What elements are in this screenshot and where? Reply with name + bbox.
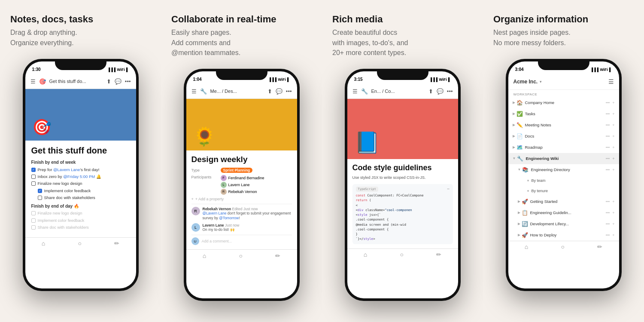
sidebar-item-roadmap[interactable]: ▶ 🗺️ Roadmap ••• + bbox=[508, 142, 619, 153]
sidebar-item-meeting-notes[interactable]: ▶ ✏️ Meeting Notes ••• + bbox=[508, 120, 619, 131]
menu-icon[interactable]: ☰ bbox=[191, 88, 197, 95]
panel-4-header: Organize information Nest pages inside p… bbox=[493, 14, 634, 48]
compose-icon[interactable]: ✏ bbox=[597, 243, 602, 250]
home-icon[interactable]: ⌂ bbox=[364, 251, 367, 258]
sidebar-item-engineering-guidelines[interactable]: ▶ 📋 Engineering Guidelin... ••• + bbox=[508, 207, 619, 218]
add-icon[interactable]: + bbox=[612, 233, 614, 237]
wifi-icon: WiFi bbox=[600, 67, 608, 72]
add-icon[interactable]: + bbox=[612, 134, 614, 138]
share-icon[interactable]: ⬆ bbox=[428, 88, 433, 95]
task-row[interactable]: Finalize new logo design bbox=[31, 181, 130, 186]
more-icon[interactable]: ••• bbox=[606, 123, 610, 127]
task-row[interactable]: Share doc with stakeholders bbox=[38, 195, 130, 200]
search-icon[interactable]: ○ bbox=[78, 240, 81, 247]
sidebar-item-dev-lifecycle[interactable]: ▶ 🔄 Development Lifecy... ••• + bbox=[508, 218, 619, 230]
more-icon[interactable]: ••• bbox=[606, 168, 610, 172]
more-icon[interactable]: ••• bbox=[606, 199, 610, 204]
more-icon[interactable]: ••• bbox=[606, 156, 610, 161]
compose-icon[interactable]: ✏ bbox=[275, 252, 280, 259]
menu-icon[interactable]: ☰ bbox=[30, 78, 36, 85]
item-actions: ••• + bbox=[606, 123, 615, 127]
more-icon[interactable]: ••• bbox=[447, 88, 453, 95]
p3-hero-image: 📘 bbox=[347, 99, 458, 159]
panel-rich-media: Rich media Create beautiful docswith ima… bbox=[322, 0, 483, 322]
roadmap-icon: 🗺️ bbox=[516, 144, 523, 150]
home-icon[interactable]: ⌂ bbox=[42, 240, 45, 247]
search-icon[interactable]: ○ bbox=[239, 252, 242, 259]
comment-icon[interactable]: 💬 bbox=[276, 88, 283, 95]
expand-icon: ▼ bbox=[513, 156, 516, 160]
task-row[interactable]: ✓ Prep for @Lavern Lane's first day! bbox=[31, 167, 130, 172]
nav-actions: ⬆ 💬 ••• bbox=[267, 88, 292, 95]
menu-icon[interactable]: ☰ bbox=[352, 88, 358, 95]
more-icon[interactable]: ••• bbox=[606, 101, 610, 105]
task-checkbox[interactable]: ✓ bbox=[31, 168, 36, 172]
emoji-icon: 🎯 bbox=[39, 78, 46, 85]
add-property-button[interactable]: + + Add a property bbox=[191, 197, 292, 201]
sidebar-item-engineering-wiki[interactable]: ▼ 🔧 Engineering Wiki ••• + bbox=[508, 153, 619, 164]
sidebar-subitem-by-team[interactable]: By team bbox=[508, 175, 619, 186]
task-row[interactable]: Inbox zero by @Friday 5:00 PM 🔔 bbox=[31, 174, 130, 179]
more-icon[interactable]: ••• bbox=[606, 222, 610, 226]
task-checkbox[interactable] bbox=[31, 175, 36, 179]
add-icon[interactable]: + bbox=[612, 145, 614, 150]
code-copy-icon[interactable]: ⋯ bbox=[447, 187, 450, 192]
task-checkbox[interactable]: ✓ bbox=[38, 189, 42, 193]
add-icon[interactable]: + bbox=[612, 156, 614, 161]
p4-bottom-bar: ⌂ ○ ✏ bbox=[508, 241, 619, 253]
comment-icon[interactable]: 💬 bbox=[437, 88, 444, 95]
compose-icon[interactable]: ✏ bbox=[114, 240, 119, 247]
more-icon[interactable]: ••• bbox=[606, 112, 610, 116]
sidebar-item-getting-started[interactable]: ▶ 🚀 Getting Started ••• + bbox=[508, 196, 619, 207]
more-icon[interactable]: ••• bbox=[286, 88, 292, 95]
more-icon[interactable]: ••• bbox=[606, 211, 610, 215]
panel-collaborate: Collaborate in real-time Easily share pa… bbox=[161, 0, 322, 322]
add-icon[interactable]: + bbox=[612, 222, 614, 226]
nav-title: Get this stuff do... bbox=[49, 79, 103, 84]
p1-content: Get this stuff done Finish by end of wee… bbox=[25, 141, 136, 237]
more-icon[interactable]: ••• bbox=[606, 134, 610, 138]
item-actions: ••• + bbox=[606, 211, 615, 215]
comment-row: L Lavern Lane Just now On my to-do list!… bbox=[191, 223, 292, 232]
compose-icon[interactable]: ✏ bbox=[436, 251, 441, 258]
phone-4-notch bbox=[538, 59, 589, 70]
item-actions: ••• + bbox=[606, 199, 615, 204]
sidebar-item-company-home[interactable]: ▶ 🏠 Company Home ••• + bbox=[508, 97, 619, 108]
home-icon[interactable]: ⌂ bbox=[525, 243, 528, 250]
sidebar-item-engineering-directory[interactable]: ▼ 📚 Engineering Directory ••• + bbox=[508, 164, 619, 175]
task-text: Implement color feedback bbox=[38, 218, 85, 223]
p1-section-1-label: Finish by end of week bbox=[31, 160, 130, 165]
item-label: Getting Started bbox=[530, 199, 606, 204]
hamburger-icon[interactable]: ☰ bbox=[608, 78, 614, 85]
participant-row: L Lavern Lane bbox=[221, 182, 264, 188]
more-icon[interactable]: ••• bbox=[606, 145, 610, 150]
phone-4-time: 3:04 bbox=[515, 67, 524, 72]
sidebar-subitem-by-tenure[interactable]: By tenure bbox=[508, 186, 619, 196]
task-checkbox bbox=[31, 218, 36, 223]
add-icon[interactable]: + bbox=[612, 199, 614, 204]
sidebar-item-tasks[interactable]: ▶ ✅ Tasks ••• + bbox=[508, 108, 619, 120]
share-icon[interactable]: ⬆ bbox=[106, 78, 111, 85]
comment-input[interactable]: Add a comment... bbox=[202, 239, 232, 243]
task-checkbox[interactable] bbox=[38, 196, 42, 200]
search-icon[interactable]: ○ bbox=[400, 251, 403, 258]
more-icon[interactable]: ••• bbox=[606, 233, 610, 237]
search-icon[interactable]: ○ bbox=[561, 243, 564, 250]
task-row[interactable]: ✓ Implement color feedback bbox=[38, 188, 130, 193]
add-icon[interactable]: + bbox=[612, 112, 614, 116]
sidebar-item-docs[interactable]: ▶ 📄 Docs ••• + bbox=[508, 131, 619, 142]
chevron-icon[interactable]: ▾ bbox=[540, 80, 542, 84]
sidebar-item-how-to-deploy[interactable]: ▶ 🚀 How to Deploy ••• + bbox=[508, 230, 619, 241]
comment-input-row: U Add a comment... bbox=[191, 235, 292, 245]
share-icon[interactable]: ⬆ bbox=[267, 88, 272, 95]
more-icon[interactable]: ••• bbox=[125, 78, 131, 85]
add-icon[interactable]: + bbox=[612, 101, 614, 105]
home-icon[interactable]: ⌂ bbox=[203, 252, 206, 259]
panel-4-title: Organize information bbox=[493, 14, 634, 25]
directory-icon: 📚 bbox=[522, 167, 529, 173]
comment-icon[interactable]: 💬 bbox=[115, 78, 122, 85]
task-checkbox[interactable] bbox=[31, 181, 36, 186]
add-icon[interactable]: + bbox=[612, 123, 614, 127]
add-icon[interactable]: + bbox=[612, 211, 614, 215]
add-icon[interactable]: + bbox=[612, 168, 614, 172]
